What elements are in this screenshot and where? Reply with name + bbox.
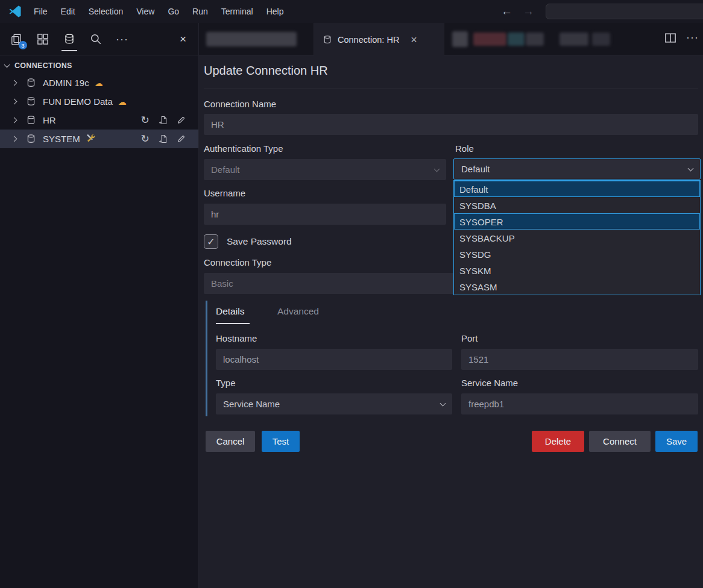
connect-button[interactable]: Connect bbox=[589, 431, 651, 452]
menu-selection[interactable]: Selection bbox=[82, 0, 130, 23]
connection-type-value: Basic bbox=[211, 278, 233, 289]
menu-file[interactable]: File bbox=[27, 0, 54, 23]
service-name-label: Service Name bbox=[461, 378, 518, 388]
tab-connection-hr[interactable]: Connection: HR × bbox=[314, 23, 444, 56]
username-input[interactable] bbox=[204, 204, 446, 225]
editor-more-actions-icon[interactable]: ··· bbox=[686, 31, 699, 44]
role-option-sysbackup[interactable]: SYSBACKUP bbox=[454, 230, 700, 246]
authentication-type-select[interactable]: Default bbox=[204, 159, 446, 180]
role-option-default[interactable]: Default bbox=[454, 181, 700, 197]
role-option-sysasm[interactable]: SYSASM bbox=[454, 278, 700, 295]
type-select[interactable]: Service Name bbox=[216, 393, 452, 414]
chevron-right-icon[interactable] bbox=[11, 136, 17, 142]
service-name-input[interactable] bbox=[461, 393, 698, 414]
chevron-down-icon bbox=[434, 166, 440, 172]
chevron-down-icon bbox=[688, 165, 694, 171]
update-connection-form: Update Connection HR Connection Name Aut… bbox=[199, 55, 703, 588]
connections-sidebar: CONNECTIONS ADMIN 19c ☁ FUN DEMO Data ☁ … bbox=[0, 55, 199, 588]
tab-label: Connection: HR bbox=[338, 35, 399, 45]
menu-run[interactable]: Run bbox=[186, 0, 215, 23]
redacted-tab[interactable] bbox=[206, 32, 297, 46]
role-select[interactable]: Default bbox=[453, 158, 701, 180]
role-option-sysdg[interactable]: SYSDG bbox=[454, 246, 700, 262]
role-value: Default bbox=[461, 164, 490, 174]
save-password-checkbox[interactable]: ✓ bbox=[204, 234, 218, 249]
sidebar-toolbar: 3 bbox=[0, 23, 199, 55]
database-icon bbox=[26, 78, 36, 88]
database-icon bbox=[26, 134, 36, 144]
chevron-right-icon[interactable] bbox=[11, 99, 17, 105]
connections-count-badge: 3 bbox=[19, 41, 27, 49]
menu-view[interactable]: View bbox=[130, 0, 161, 23]
connections-section-header[interactable]: CONNECTIONS bbox=[0, 55, 198, 74]
more-actions-icon[interactable]: ··· bbox=[116, 33, 128, 46]
tab-advanced[interactable]: Advanced bbox=[277, 306, 319, 317]
editor-tab-bar: Connection: HR × ··· bbox=[199, 23, 703, 55]
hostname-label: Hostname bbox=[216, 333, 257, 343]
close-sidebar-icon[interactable]: × bbox=[180, 33, 186, 46]
connection-item-fun-demo-data[interactable]: FUN DEMO Data ☁ bbox=[0, 92, 198, 111]
role-option-sysoper[interactable]: SYSOPER bbox=[454, 213, 700, 230]
type-value: Service Name bbox=[223, 399, 280, 409]
connections-view-icon[interactable] bbox=[63, 33, 76, 46]
edit-connection-icon[interactable] bbox=[176, 134, 186, 144]
command-search-box[interactable] bbox=[546, 4, 703, 19]
chevron-right-icon[interactable] bbox=[11, 80, 17, 86]
tab-close-icon[interactable]: × bbox=[411, 35, 417, 45]
redacted-breadcrumb-3 bbox=[508, 33, 525, 46]
connection-type-label: Connection Type bbox=[204, 257, 271, 267]
port-label: Port bbox=[461, 333, 478, 343]
database-icon bbox=[26, 96, 36, 107]
new-worksheet-icon[interactable] bbox=[158, 134, 168, 144]
tools-icon bbox=[86, 133, 95, 145]
save-button[interactable]: Save bbox=[655, 431, 698, 452]
connection-label: SYSTEM bbox=[43, 134, 80, 144]
role-option-syskm[interactable]: SYSKM bbox=[454, 262, 700, 278]
hostname-input[interactable] bbox=[216, 349, 452, 370]
connection-item-admin19c[interactable]: ADMIN 19c ☁ bbox=[0, 74, 198, 92]
database-icon bbox=[323, 35, 332, 45]
chevron-right-icon[interactable] bbox=[11, 117, 17, 124]
menu-edit[interactable]: Edit bbox=[54, 0, 82, 23]
title-divider bbox=[204, 89, 698, 89]
layout-icon[interactable] bbox=[36, 33, 49, 46]
redacted-breadcrumb-2 bbox=[473, 33, 506, 46]
database-icon bbox=[26, 115, 36, 125]
refresh-icon[interactable]: ↻ bbox=[140, 115, 150, 125]
test-button[interactable]: Test bbox=[262, 431, 300, 452]
tab-details[interactable]: Details bbox=[216, 306, 244, 317]
nav-forward-icon: → bbox=[517, 0, 540, 23]
cloud-icon: ☁ bbox=[95, 78, 103, 88]
new-worksheet-icon[interactable] bbox=[158, 115, 168, 125]
redacted-breadcrumb-1 bbox=[452, 31, 468, 47]
menu-terminal[interactable]: Terminal bbox=[215, 0, 260, 23]
delete-button[interactable]: Delete bbox=[532, 431, 584, 452]
new-connection-icon[interactable]: 3 bbox=[10, 33, 23, 46]
menu-help[interactable]: Help bbox=[260, 0, 291, 23]
connection-name-input[interactable] bbox=[204, 114, 698, 135]
connection-label: ADMIN 19c bbox=[43, 78, 89, 88]
edit-connection-icon[interactable] bbox=[176, 115, 186, 125]
nav-back-icon[interactable]: ← bbox=[496, 0, 518, 23]
details-group-indicator bbox=[206, 301, 207, 416]
chevron-down-icon bbox=[440, 400, 446, 406]
redacted-breadcrumb-6 bbox=[592, 33, 610, 46]
cancel-button[interactable]: Cancel bbox=[206, 431, 255, 452]
refresh-icon[interactable]: ↻ bbox=[140, 134, 150, 144]
role-option-sysdba[interactable]: SYSDBA bbox=[454, 197, 700, 213]
connection-name-label: Connection Name bbox=[204, 99, 276, 109]
split-editor-icon[interactable] bbox=[664, 32, 676, 46]
menu-go[interactable]: Go bbox=[161, 0, 186, 23]
cloud-icon: ☁ bbox=[118, 97, 127, 107]
username-label: Username bbox=[204, 188, 245, 198]
port-input[interactable] bbox=[461, 349, 698, 370]
connection-item-hr[interactable]: HR ↻ bbox=[0, 111, 198, 130]
redacted-breadcrumb-4 bbox=[526, 33, 544, 46]
connection-item-system[interactable]: SYSTEM ↻ bbox=[0, 130, 198, 148]
title-bar: File Edit Selection View Go Run Terminal… bbox=[0, 0, 703, 23]
check-icon: ✓ bbox=[207, 236, 215, 248]
role-label: Role bbox=[455, 143, 474, 154]
save-password-label: Save Password bbox=[227, 236, 292, 247]
connection-label: HR bbox=[43, 115, 56, 125]
search-icon[interactable] bbox=[89, 33, 102, 46]
